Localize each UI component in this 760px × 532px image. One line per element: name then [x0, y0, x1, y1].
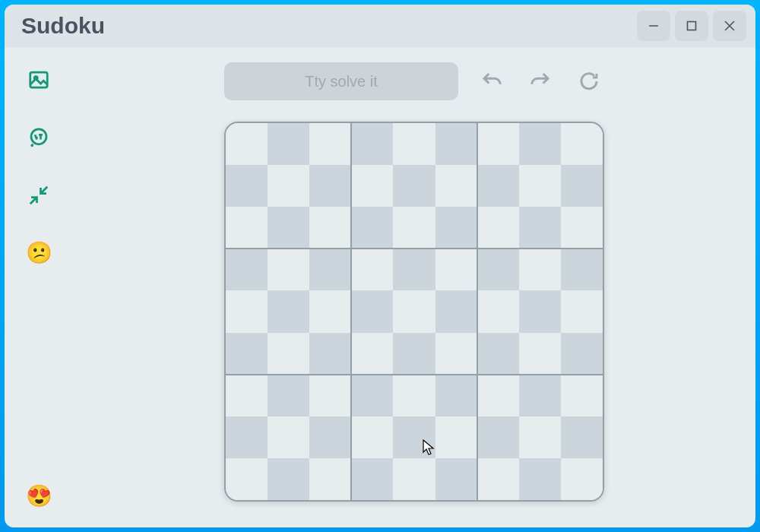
sudoku-cell[interactable] [435, 290, 477, 332]
sudoku-cell[interactable] [351, 207, 393, 249]
sudoku-cell[interactable] [268, 165, 309, 207]
redo-button[interactable] [525, 66, 556, 97]
sudoku-cell[interactable] [477, 458, 519, 500]
translate-icon[interactable] [24, 123, 53, 152]
sudoku-cell[interactable] [477, 165, 519, 207]
sudoku-cell[interactable] [477, 207, 519, 249]
reset-button[interactable] [574, 66, 604, 97]
undo-button[interactable] [477, 66, 507, 97]
sudoku-cell[interactable] [519, 333, 561, 375]
sudoku-cell[interactable] [435, 416, 477, 458]
sudoku-cell[interactable] [351, 165, 393, 207]
sudoku-cell[interactable] [309, 123, 351, 165]
sudoku-cell[interactable] [561, 290, 603, 332]
sudoku-cell[interactable] [226, 123, 268, 165]
sudoku-cell[interactable] [309, 333, 351, 375]
sudoku-cell[interactable] [519, 249, 561, 290]
sudoku-cell[interactable] [519, 375, 561, 416]
sudoku-board[interactable] [224, 122, 604, 502]
sudoku-cell[interactable] [435, 165, 477, 207]
sudoku-cell[interactable] [393, 165, 435, 207]
sudoku-cell[interactable] [393, 458, 435, 500]
sudoku-cell[interactable] [309, 249, 351, 290]
sudoku-cell[interactable] [268, 249, 309, 290]
titlebar: Sudoku [5, 5, 755, 47]
sudoku-cell[interactable] [351, 290, 393, 332]
sudoku-cell[interactable] [268, 290, 309, 332]
sudoku-cell[interactable] [226, 333, 268, 375]
sudoku-cell[interactable] [393, 123, 435, 165]
main-area: Tty solve it [73, 47, 755, 527]
sudoku-cell[interactable] [477, 375, 519, 416]
sudoku-cell[interactable] [477, 123, 519, 165]
sudoku-cell[interactable] [351, 333, 393, 375]
sudoku-cell[interactable] [268, 207, 309, 249]
sudoku-cell[interactable] [393, 290, 435, 332]
sudoku-cell[interactable] [351, 123, 393, 165]
sudoku-cell[interactable] [561, 333, 603, 375]
sudoku-cell[interactable] [393, 207, 435, 249]
sudoku-cell[interactable] [268, 416, 309, 458]
sudoku-cell[interactable] [268, 458, 309, 500]
sudoku-cell[interactable] [393, 375, 435, 416]
sudoku-cell[interactable] [561, 165, 603, 207]
reset-icon [578, 70, 600, 93]
svg-rect-1 [688, 22, 696, 30]
sudoku-cell[interactable] [309, 290, 351, 332]
sudoku-cell[interactable] [435, 123, 477, 165]
sudoku-cell[interactable] [393, 416, 435, 458]
sudoku-cell[interactable] [519, 207, 561, 249]
sudoku-cell[interactable] [561, 207, 603, 249]
solve-button[interactable]: Tty solve it [224, 62, 458, 100]
sudoku-cell[interactable] [309, 375, 351, 416]
sudoku-cell[interactable] [519, 123, 561, 165]
close-button[interactable] [713, 11, 746, 41]
sudoku-cell[interactable] [561, 458, 603, 500]
sudoku-cell[interactable] [226, 416, 268, 458]
sudoku-cell[interactable] [435, 458, 477, 500]
sudoku-cell[interactable] [519, 416, 561, 458]
sudoku-cell[interactable] [309, 165, 351, 207]
sudoku-cell[interactable] [435, 333, 477, 375]
sudoku-cell[interactable] [351, 416, 393, 458]
svg-point-6 [31, 129, 46, 144]
sudoku-cell[interactable] [309, 416, 351, 458]
confused-emoji[interactable]: 😕 [24, 239, 53, 268]
sudoku-cell[interactable] [226, 290, 268, 332]
sudoku-cell[interactable] [435, 249, 477, 290]
sudoku-cell[interactable] [561, 249, 603, 290]
sudoku-cell[interactable] [351, 458, 393, 500]
sudoku-cell[interactable] [519, 458, 561, 500]
sudoku-cell[interactable] [226, 165, 268, 207]
sudoku-cell[interactable] [351, 249, 393, 290]
minimize-button[interactable] [637, 11, 670, 41]
sudoku-cell[interactable] [519, 165, 561, 207]
sudoku-cell[interactable] [226, 207, 268, 249]
sudoku-cell[interactable] [268, 375, 309, 416]
maximize-icon [684, 18, 699, 33]
sudoku-cell[interactable] [351, 375, 393, 416]
sudoku-cell[interactable] [309, 458, 351, 500]
pleased-emoji[interactable]: 😍 [24, 482, 53, 511]
image-icon[interactable] [24, 65, 53, 94]
maximize-button[interactable] [675, 11, 708, 41]
sudoku-cell[interactable] [477, 249, 519, 290]
sudoku-cell[interactable] [393, 249, 435, 290]
sudoku-cell[interactable] [519, 290, 561, 332]
sudoku-cell[interactable] [477, 290, 519, 332]
sudoku-cell[interactable] [226, 249, 268, 290]
sudoku-cell[interactable] [477, 333, 519, 375]
sudoku-cell[interactable] [309, 207, 351, 249]
sudoku-cell[interactable] [561, 416, 603, 458]
sudoku-cell[interactable] [393, 333, 435, 375]
sudoku-cell[interactable] [226, 375, 268, 416]
collapse-icon[interactable] [24, 181, 53, 210]
sudoku-cell[interactable] [435, 375, 477, 416]
sudoku-cell[interactable] [435, 207, 477, 249]
sudoku-cell[interactable] [561, 375, 603, 416]
sudoku-cell[interactable] [268, 123, 309, 165]
sudoku-cell[interactable] [477, 416, 519, 458]
sudoku-cell[interactable] [226, 458, 268, 500]
sudoku-cell[interactable] [561, 123, 603, 165]
sudoku-cell[interactable] [268, 333, 309, 375]
